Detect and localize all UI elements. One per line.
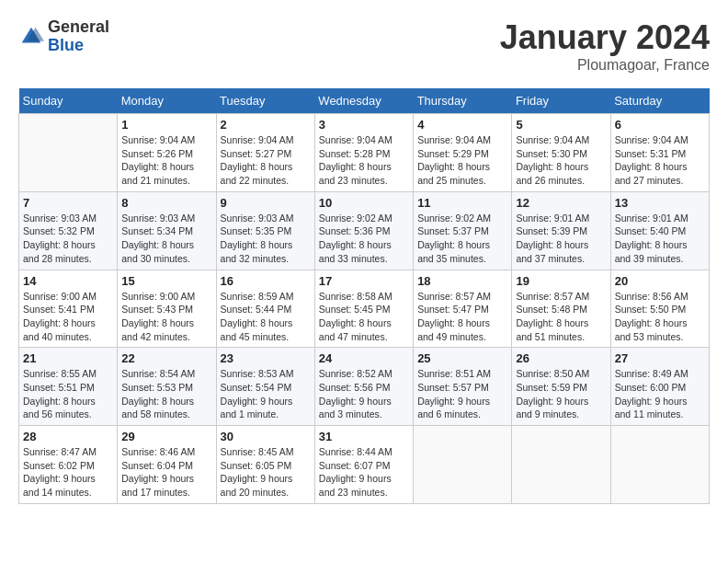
calendar-day-cell: 31Sunrise: 8:44 AM Sunset: 6:07 PM Dayli…: [314, 426, 413, 504]
day-number: 22: [121, 351, 211, 365]
calendar-day-cell: 23Sunrise: 8:53 AM Sunset: 5:54 PM Dayli…: [216, 348, 314, 426]
title-block: January 2024 Ploumagoar, France: [500, 18, 710, 74]
day-number: 7: [23, 196, 113, 210]
day-number: 1: [121, 118, 211, 132]
calendar-day-cell: 8Sunrise: 9:03 AM Sunset: 5:34 PM Daylig…: [118, 191, 216, 270]
day-info: Sunrise: 8:49 AM Sunset: 6:00 PM Dayligh…: [615, 367, 705, 421]
calendar-week-row: 28Sunrise: 8:47 AM Sunset: 6:02 PM Dayli…: [19, 426, 710, 504]
day-number: 30: [221, 430, 311, 443]
day-info: Sunrise: 9:04 AM Sunset: 5:30 PM Dayligh…: [516, 133, 606, 188]
calendar-week-row: 14Sunrise: 9:00 AM Sunset: 5:41 PM Dayli…: [19, 270, 710, 348]
location-text: Ploumagoar, France: [500, 57, 710, 74]
calendar-day-cell: 19Sunrise: 8:57 AM Sunset: 5:48 PM Dayli…: [512, 270, 610, 348]
day-number: 8: [121, 196, 211, 210]
calendar-day-cell: 7Sunrise: 9:03 AM Sunset: 5:32 PM Daylig…: [19, 191, 118, 270]
day-info: Sunrise: 8:56 AM Sunset: 5:50 PM Dayligh…: [615, 290, 705, 344]
day-info: Sunrise: 9:00 AM Sunset: 5:41 PM Dayligh…: [23, 290, 113, 344]
calendar-table: SundayMondayTuesdayWednesdayThursdayFrid…: [18, 88, 710, 504]
day-info: Sunrise: 9:02 AM Sunset: 5:36 PM Dayligh…: [319, 212, 409, 266]
weekday-header-cell: Wednesday: [314, 88, 413, 114]
day-number: 26: [516, 351, 606, 365]
calendar-day-cell: 26Sunrise: 8:50 AM Sunset: 5:59 PM Dayli…: [512, 348, 610, 426]
day-number: 29: [121, 430, 211, 443]
day-number: 5: [516, 118, 606, 132]
day-info: Sunrise: 8:58 AM Sunset: 5:45 PM Dayligh…: [319, 290, 409, 344]
day-info: Sunrise: 8:53 AM Sunset: 5:54 PM Dayligh…: [221, 367, 311, 421]
day-info: Sunrise: 8:59 AM Sunset: 5:44 PM Dayligh…: [221, 290, 311, 344]
day-number: 19: [516, 274, 606, 288]
weekday-header-row: SundayMondayTuesdayWednesdayThursdayFrid…: [19, 88, 710, 114]
day-info: Sunrise: 9:01 AM Sunset: 5:39 PM Dayligh…: [516, 212, 606, 266]
calendar-day-cell: 25Sunrise: 8:51 AM Sunset: 5:57 PM Dayli…: [414, 348, 512, 426]
weekday-header-cell: Sunday: [19, 88, 118, 114]
day-info: Sunrise: 8:46 AM Sunset: 6:04 PM Dayligh…: [121, 445, 211, 500]
day-number: 6: [615, 118, 705, 132]
calendar-day-cell: 28Sunrise: 8:47 AM Sunset: 6:02 PM Dayli…: [19, 426, 118, 504]
day-info: Sunrise: 9:03 AM Sunset: 5:35 PM Dayligh…: [221, 212, 311, 266]
day-number: 27: [615, 351, 705, 365]
calendar-day-cell: 14Sunrise: 9:00 AM Sunset: 5:41 PM Dayli…: [19, 270, 118, 348]
calendar-day-cell: 17Sunrise: 8:58 AM Sunset: 5:45 PM Dayli…: [314, 270, 413, 348]
day-number: 28: [23, 430, 113, 443]
calendar-day-cell: [414, 426, 512, 504]
calendar-day-cell: 5Sunrise: 9:04 AM Sunset: 5:30 PM Daylig…: [512, 114, 610, 192]
day-number: 20: [615, 274, 705, 288]
calendar-day-cell: 2Sunrise: 9:04 AM Sunset: 5:27 PM Daylig…: [216, 114, 314, 192]
day-number: 16: [221, 274, 311, 288]
calendar-week-row: 1Sunrise: 9:04 AM Sunset: 5:26 PM Daylig…: [19, 114, 710, 192]
day-number: 15: [121, 274, 211, 288]
calendar-day-cell: 30Sunrise: 8:45 AM Sunset: 6:05 PM Dayli…: [216, 426, 314, 504]
day-info: Sunrise: 8:50 AM Sunset: 5:59 PM Dayligh…: [516, 367, 606, 421]
day-info: Sunrise: 8:57 AM Sunset: 5:48 PM Dayligh…: [516, 290, 606, 344]
calendar-day-cell: 18Sunrise: 8:57 AM Sunset: 5:47 PM Dayli…: [414, 270, 512, 348]
weekday-header-cell: Monday: [118, 88, 216, 114]
day-number: 23: [221, 351, 311, 365]
calendar-day-cell: 27Sunrise: 8:49 AM Sunset: 6:00 PM Dayli…: [610, 348, 709, 426]
calendar-day-cell: 4Sunrise: 9:04 AM Sunset: 5:29 PM Daylig…: [414, 114, 512, 192]
weekday-header-cell: Friday: [512, 88, 610, 114]
day-number: 4: [417, 118, 507, 132]
calendar-day-cell: [512, 426, 610, 504]
calendar-day-cell: 13Sunrise: 9:01 AM Sunset: 5:40 PM Dayli…: [610, 191, 709, 270]
day-number: 24: [319, 351, 409, 365]
calendar-day-cell: [610, 426, 709, 504]
day-info: Sunrise: 9:04 AM Sunset: 5:31 PM Dayligh…: [615, 133, 705, 188]
calendar-day-cell: 10Sunrise: 9:02 AM Sunset: 5:36 PM Dayli…: [314, 191, 413, 270]
day-number: 18: [417, 274, 507, 288]
day-number: 10: [319, 196, 409, 210]
day-number: 12: [516, 196, 606, 210]
logo-icon: [18, 24, 44, 50]
weekday-header-cell: Tuesday: [216, 88, 314, 114]
calendar-week-row: 7Sunrise: 9:03 AM Sunset: 5:32 PM Daylig…: [19, 191, 710, 270]
day-number: 2: [221, 118, 311, 132]
calendar-day-cell: 12Sunrise: 9:01 AM Sunset: 5:39 PM Dayli…: [512, 191, 610, 270]
calendar-day-cell: 11Sunrise: 9:02 AM Sunset: 5:37 PM Dayli…: [414, 191, 512, 270]
calendar-day-cell: 22Sunrise: 8:54 AM Sunset: 5:53 PM Dayli…: [118, 348, 216, 426]
calendar-day-cell: 24Sunrise: 8:52 AM Sunset: 5:56 PM Dayli…: [314, 348, 413, 426]
day-number: 14: [23, 274, 113, 288]
day-info: Sunrise: 9:04 AM Sunset: 5:26 PM Dayligh…: [121, 133, 211, 188]
day-number: 13: [615, 196, 705, 210]
day-info: Sunrise: 9:04 AM Sunset: 5:27 PM Dayligh…: [221, 133, 311, 188]
day-info: Sunrise: 9:03 AM Sunset: 5:34 PM Dayligh…: [121, 212, 211, 266]
calendar-day-cell: 9Sunrise: 9:03 AM Sunset: 5:35 PM Daylig…: [216, 191, 314, 270]
calendar-day-cell: 29Sunrise: 8:46 AM Sunset: 6:04 PM Dayli…: [118, 426, 216, 504]
day-info: Sunrise: 9:02 AM Sunset: 5:37 PM Dayligh…: [417, 212, 507, 266]
day-info: Sunrise: 8:52 AM Sunset: 5:56 PM Dayligh…: [319, 367, 409, 421]
day-number: 3: [319, 118, 409, 132]
day-info: Sunrise: 8:51 AM Sunset: 5:57 PM Dayligh…: [417, 367, 507, 421]
logo-general-text: General: [48, 18, 109, 37]
logo: General Blue: [18, 18, 109, 55]
calendar-day-cell: 1Sunrise: 9:04 AM Sunset: 5:26 PM Daylig…: [118, 114, 216, 192]
calendar-day-cell: 3Sunrise: 9:04 AM Sunset: 5:28 PM Daylig…: [314, 114, 413, 192]
day-number: 25: [417, 351, 507, 365]
logo-blue-text: Blue: [48, 37, 109, 55]
calendar-day-cell: 20Sunrise: 8:56 AM Sunset: 5:50 PM Dayli…: [610, 270, 709, 348]
calendar-body: 1Sunrise: 9:04 AM Sunset: 5:26 PM Daylig…: [19, 114, 710, 504]
day-info: Sunrise: 8:47 AM Sunset: 6:02 PM Dayligh…: [23, 445, 113, 500]
calendar-day-cell: 21Sunrise: 8:55 AM Sunset: 5:51 PM Dayli…: [19, 348, 118, 426]
weekday-header-cell: Saturday: [610, 88, 709, 114]
day-info: Sunrise: 8:54 AM Sunset: 5:53 PM Dayligh…: [121, 367, 211, 421]
day-number: 21: [23, 351, 113, 365]
calendar-day-cell: 15Sunrise: 9:00 AM Sunset: 5:43 PM Dayli…: [118, 270, 216, 348]
